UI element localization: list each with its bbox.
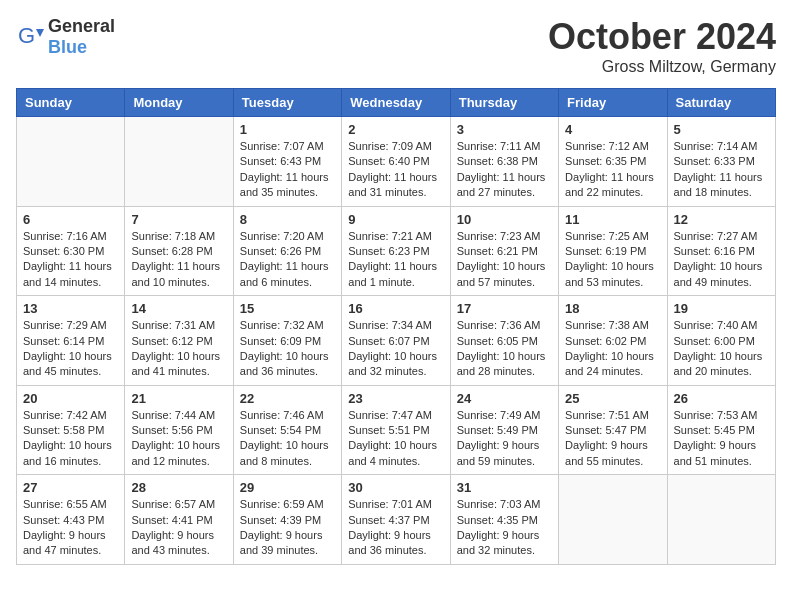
- day-info: Sunrise: 7:20 AM Sunset: 6:26 PM Dayligh…: [240, 229, 335, 291]
- day-number: 14: [131, 301, 226, 316]
- week-row-4: 20Sunrise: 7:42 AM Sunset: 5:58 PM Dayli…: [17, 385, 776, 475]
- calendar-cell: 11Sunrise: 7:25 AM Sunset: 6:19 PM Dayli…: [559, 206, 667, 296]
- day-info: Sunrise: 7:09 AM Sunset: 6:40 PM Dayligh…: [348, 139, 443, 201]
- calendar-cell: 14Sunrise: 7:31 AM Sunset: 6:12 PM Dayli…: [125, 296, 233, 386]
- day-number: 25: [565, 391, 660, 406]
- calendar-cell: 12Sunrise: 7:27 AM Sunset: 6:16 PM Dayli…: [667, 206, 775, 296]
- week-row-2: 6Sunrise: 7:16 AM Sunset: 6:30 PM Daylig…: [17, 206, 776, 296]
- day-number: 30: [348, 480, 443, 495]
- day-number: 31: [457, 480, 552, 495]
- calendar-cell: 16Sunrise: 7:34 AM Sunset: 6:07 PM Dayli…: [342, 296, 450, 386]
- logo-general: General: [48, 16, 115, 36]
- day-number: 7: [131, 212, 226, 227]
- calendar-cell: 26Sunrise: 7:53 AM Sunset: 5:45 PM Dayli…: [667, 385, 775, 475]
- day-number: 5: [674, 122, 769, 137]
- calendar-cell: 19Sunrise: 7:40 AM Sunset: 6:00 PM Dayli…: [667, 296, 775, 386]
- logo-icon: G: [16, 23, 44, 51]
- day-number: 13: [23, 301, 118, 316]
- day-info: Sunrise: 6:55 AM Sunset: 4:43 PM Dayligh…: [23, 497, 118, 559]
- day-info: Sunrise: 7:12 AM Sunset: 6:35 PM Dayligh…: [565, 139, 660, 201]
- day-info: Sunrise: 7:23 AM Sunset: 6:21 PM Dayligh…: [457, 229, 552, 291]
- location-title: Gross Miltzow, Germany: [548, 58, 776, 76]
- day-info: Sunrise: 7:11 AM Sunset: 6:38 PM Dayligh…: [457, 139, 552, 201]
- title-block: October 2024 Gross Miltzow, Germany: [548, 16, 776, 76]
- day-number: 18: [565, 301, 660, 316]
- calendar-cell: 8Sunrise: 7:20 AM Sunset: 6:26 PM Daylig…: [233, 206, 341, 296]
- day-header-thursday: Thursday: [450, 89, 558, 117]
- day-number: 11: [565, 212, 660, 227]
- day-number: 8: [240, 212, 335, 227]
- day-info: Sunrise: 7:40 AM Sunset: 6:00 PM Dayligh…: [674, 318, 769, 380]
- calendar-cell: 27Sunrise: 6:55 AM Sunset: 4:43 PM Dayli…: [17, 475, 125, 565]
- calendar-cell: 7Sunrise: 7:18 AM Sunset: 6:28 PM Daylig…: [125, 206, 233, 296]
- day-number: 22: [240, 391, 335, 406]
- day-info: Sunrise: 7:32 AM Sunset: 6:09 PM Dayligh…: [240, 318, 335, 380]
- calendar-cell: [17, 117, 125, 207]
- day-info: Sunrise: 7:31 AM Sunset: 6:12 PM Dayligh…: [131, 318, 226, 380]
- week-row-3: 13Sunrise: 7:29 AM Sunset: 6:14 PM Dayli…: [17, 296, 776, 386]
- day-info: Sunrise: 7:34 AM Sunset: 6:07 PM Dayligh…: [348, 318, 443, 380]
- day-info: Sunrise: 7:25 AM Sunset: 6:19 PM Dayligh…: [565, 229, 660, 291]
- day-info: Sunrise: 7:42 AM Sunset: 5:58 PM Dayligh…: [23, 408, 118, 470]
- calendar-cell: 6Sunrise: 7:16 AM Sunset: 6:30 PM Daylig…: [17, 206, 125, 296]
- day-info: Sunrise: 7:44 AM Sunset: 5:56 PM Dayligh…: [131, 408, 226, 470]
- day-info: Sunrise: 7:03 AM Sunset: 4:35 PM Dayligh…: [457, 497, 552, 559]
- day-info: Sunrise: 7:29 AM Sunset: 6:14 PM Dayligh…: [23, 318, 118, 380]
- day-header-saturday: Saturday: [667, 89, 775, 117]
- day-number: 2: [348, 122, 443, 137]
- calendar-cell: 13Sunrise: 7:29 AM Sunset: 6:14 PM Dayli…: [17, 296, 125, 386]
- day-info: Sunrise: 7:49 AM Sunset: 5:49 PM Dayligh…: [457, 408, 552, 470]
- day-number: 28: [131, 480, 226, 495]
- calendar-cell: 5Sunrise: 7:14 AM Sunset: 6:33 PM Daylig…: [667, 117, 775, 207]
- calendar-cell: [667, 475, 775, 565]
- day-info: Sunrise: 7:14 AM Sunset: 6:33 PM Dayligh…: [674, 139, 769, 201]
- day-info: Sunrise: 6:59 AM Sunset: 4:39 PM Dayligh…: [240, 497, 335, 559]
- day-number: 21: [131, 391, 226, 406]
- day-header-friday: Friday: [559, 89, 667, 117]
- day-info: Sunrise: 6:57 AM Sunset: 4:41 PM Dayligh…: [131, 497, 226, 559]
- day-number: 27: [23, 480, 118, 495]
- day-info: Sunrise: 7:27 AM Sunset: 6:16 PM Dayligh…: [674, 229, 769, 291]
- day-info: Sunrise: 7:07 AM Sunset: 6:43 PM Dayligh…: [240, 139, 335, 201]
- day-number: 12: [674, 212, 769, 227]
- svg-text:G: G: [18, 23, 35, 48]
- calendar-cell: 4Sunrise: 7:12 AM Sunset: 6:35 PM Daylig…: [559, 117, 667, 207]
- month-title: October 2024: [548, 16, 776, 58]
- day-number: 6: [23, 212, 118, 227]
- calendar-cell: 9Sunrise: 7:21 AM Sunset: 6:23 PM Daylig…: [342, 206, 450, 296]
- day-number: 9: [348, 212, 443, 227]
- week-row-1: 1Sunrise: 7:07 AM Sunset: 6:43 PM Daylig…: [17, 117, 776, 207]
- calendar-cell: 1Sunrise: 7:07 AM Sunset: 6:43 PM Daylig…: [233, 117, 341, 207]
- calendar-header-row: SundayMondayTuesdayWednesdayThursdayFrid…: [17, 89, 776, 117]
- day-number: 23: [348, 391, 443, 406]
- calendar-cell: 22Sunrise: 7:46 AM Sunset: 5:54 PM Dayli…: [233, 385, 341, 475]
- day-number: 15: [240, 301, 335, 316]
- calendar-table: SundayMondayTuesdayWednesdayThursdayFrid…: [16, 88, 776, 565]
- day-number: 29: [240, 480, 335, 495]
- day-info: Sunrise: 7:16 AM Sunset: 6:30 PM Dayligh…: [23, 229, 118, 291]
- day-info: Sunrise: 7:21 AM Sunset: 6:23 PM Dayligh…: [348, 229, 443, 291]
- calendar-cell: [559, 475, 667, 565]
- calendar-cell: 18Sunrise: 7:38 AM Sunset: 6:02 PM Dayli…: [559, 296, 667, 386]
- day-number: 20: [23, 391, 118, 406]
- day-number: 10: [457, 212, 552, 227]
- calendar-cell: 15Sunrise: 7:32 AM Sunset: 6:09 PM Dayli…: [233, 296, 341, 386]
- day-info: Sunrise: 7:46 AM Sunset: 5:54 PM Dayligh…: [240, 408, 335, 470]
- day-info: Sunrise: 7:18 AM Sunset: 6:28 PM Dayligh…: [131, 229, 226, 291]
- calendar-cell: 31Sunrise: 7:03 AM Sunset: 4:35 PM Dayli…: [450, 475, 558, 565]
- day-number: 1: [240, 122, 335, 137]
- logo-text: General Blue: [48, 16, 115, 58]
- day-header-tuesday: Tuesday: [233, 89, 341, 117]
- day-number: 19: [674, 301, 769, 316]
- day-number: 26: [674, 391, 769, 406]
- calendar-cell: 17Sunrise: 7:36 AM Sunset: 6:05 PM Dayli…: [450, 296, 558, 386]
- calendar-cell: 30Sunrise: 7:01 AM Sunset: 4:37 PM Dayli…: [342, 475, 450, 565]
- day-number: 4: [565, 122, 660, 137]
- day-number: 16: [348, 301, 443, 316]
- day-info: Sunrise: 7:01 AM Sunset: 4:37 PM Dayligh…: [348, 497, 443, 559]
- calendar-cell: 10Sunrise: 7:23 AM Sunset: 6:21 PM Dayli…: [450, 206, 558, 296]
- day-info: Sunrise: 7:51 AM Sunset: 5:47 PM Dayligh…: [565, 408, 660, 470]
- day-number: 17: [457, 301, 552, 316]
- day-info: Sunrise: 7:53 AM Sunset: 5:45 PM Dayligh…: [674, 408, 769, 470]
- calendar-cell: [125, 117, 233, 207]
